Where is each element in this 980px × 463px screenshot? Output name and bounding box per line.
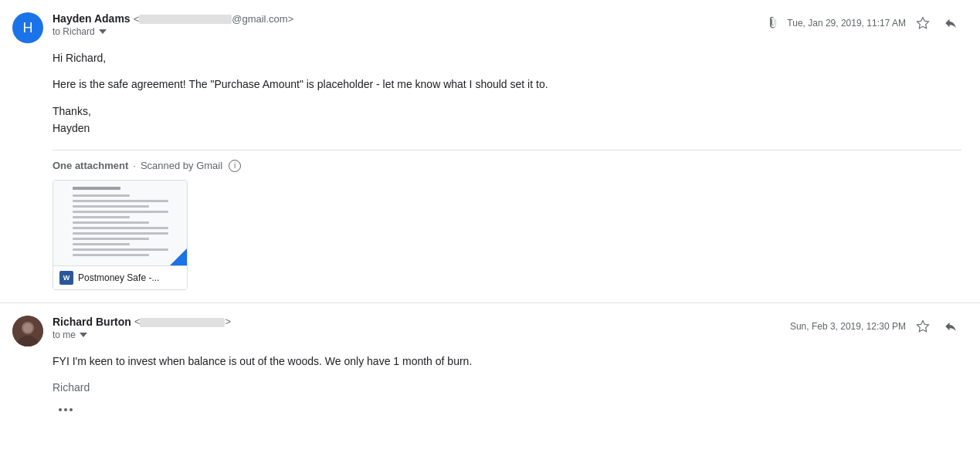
sender-info-2: Richard Burton <> to me <box>53 316 231 340</box>
sender-name-row-2: Richard Burton <> <box>53 316 231 328</box>
email-thread: H Hayden Adams <@gmail.com> to Richard <box>0 0 980 427</box>
doc-line <box>73 221 149 224</box>
email-header-2: Richard Burton <> to me Sun, Feb 3, 2019… <box>12 316 961 346</box>
expand-dots-button[interactable] <box>53 405 79 414</box>
svg-point-3 <box>23 323 32 333</box>
sender-name-row-1: Hayden Adams <@gmail.com> <box>53 12 293 25</box>
scanned-label: Scanned by Gmail <box>141 160 222 171</box>
email-header-left-2: Richard Burton <> to me <box>12 316 231 346</box>
doc-line <box>73 205 149 208</box>
star-button-2[interactable] <box>912 316 934 337</box>
attachment-section: One attachment · Scanned by Gmail i <box>53 150 961 290</box>
attachment-label: One attachment · Scanned by Gmail i <box>53 160 961 172</box>
timestamp-1: Tue, Jan 29, 2019, 11:17 AM <box>787 18 906 29</box>
dot-3 <box>70 408 73 411</box>
chevron-down-icon-1[interactable] <box>98 27 107 36</box>
avatar-photo <box>12 316 43 346</box>
doc-line <box>73 200 168 202</box>
info-icon[interactable]: i <box>229 160 241 172</box>
word-icon: W <box>59 271 73 285</box>
attachment-count: One attachment <box>53 160 128 171</box>
sender-name-1: Hayden Adams <box>53 12 131 25</box>
email-header-left-1: H Hayden Adams <@gmail.com> to Richard <box>12 12 293 43</box>
reply-button-2[interactable] <box>940 316 961 337</box>
sender-email-2: <> <box>134 316 231 327</box>
doc-line <box>73 254 149 256</box>
email-header-right-1: Tue, Jan 29, 2019, 11:17 AM <box>767 12 961 34</box>
doc-line <box>73 216 130 218</box>
email-item-1: H Hayden Adams <@gmail.com> to Richard <box>0 0 980 303</box>
attachment-clip-icon <box>767 16 779 31</box>
sender-name-2: Richard Burton <box>53 316 131 328</box>
sender-email-1: <@gmail.com> <box>134 13 294 25</box>
body-main-2: FYI I'm keen to invest when balance is o… <box>53 353 961 370</box>
email-header-1: H Hayden Adams <@gmail.com> to Richard <box>12 12 961 43</box>
doc-line <box>73 243 130 245</box>
email-body-2: FYI I'm keen to invest when balance is o… <box>53 353 961 397</box>
doc-line <box>73 238 149 240</box>
email-header-right-2: Sun, Feb 3, 2019, 12:30 PM <box>790 316 961 337</box>
doc-line <box>73 248 168 251</box>
attachment-filename-bar: W Postmoney Safe -... <box>53 265 187 289</box>
attachment-preview[interactable]: W Postmoney Safe -... <box>53 180 188 290</box>
avatar-richard <box>12 316 43 346</box>
to-row-2: to me <box>53 330 231 340</box>
body-greeting: Hi Richard, <box>53 49 961 66</box>
doc-line <box>73 211 168 213</box>
body-signature-2: Richard <box>53 379 961 396</box>
star-button-1[interactable] <box>912 12 934 34</box>
dot-1 <box>59 408 62 411</box>
doc-line <box>73 194 130 197</box>
doc-line <box>73 232 168 235</box>
filename-text: Postmoney Safe -... <box>78 272 159 283</box>
to-row-1: to Richard <box>53 26 293 37</box>
sender-info-1: Hayden Adams <@gmail.com> to Richard <box>53 12 293 37</box>
email-body-1: Hi Richard, Here is the safe agreement! … <box>53 49 961 137</box>
doc-line <box>73 187 120 190</box>
timestamp-2: Sun, Feb 3, 2019, 12:30 PM <box>790 321 906 332</box>
to-label-2: to me <box>53 330 76 340</box>
attachment-doc-image <box>53 181 187 265</box>
dot-2 <box>64 408 67 411</box>
reply-button-1[interactable] <box>940 12 961 34</box>
doc-preview-lines <box>66 181 175 265</box>
to-label-1: to Richard <box>53 26 95 37</box>
chevron-down-icon-2[interactable] <box>79 330 88 340</box>
doc-line <box>73 227 168 229</box>
body-thanks: Thanks, Hayden <box>53 103 961 137</box>
blue-corner-decoration <box>170 248 187 265</box>
email-item-2: Richard Burton <> to me Sun, Feb 3, 2019… <box>0 303 980 428</box>
avatar-hayden: H <box>12 12 43 43</box>
attachment-bullet: · <box>133 160 136 171</box>
body-content: Here is the safe agreement! The "Purchas… <box>53 76 961 93</box>
